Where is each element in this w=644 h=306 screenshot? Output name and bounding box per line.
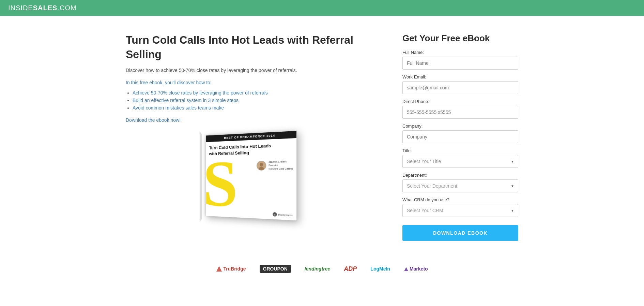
- work-email-label: Work Email:: [402, 74, 518, 79]
- page-headline: Turn Cold Calls Into Hot Leads with Refe…: [126, 33, 382, 61]
- lendingtree-text: lendingtree: [305, 266, 330, 272]
- logo-lendingtree: lendingtree: [305, 266, 330, 272]
- direct-phone-input[interactable]: [402, 106, 518, 119]
- author-company: No More Cold Calling: [269, 167, 293, 171]
- svg-text:is: is: [274, 213, 276, 216]
- logo-com: .COM: [57, 4, 76, 12]
- logo-groupon: GROUPON: [260, 265, 291, 273]
- author-avatar: [257, 161, 266, 171]
- title-label: Title:: [402, 148, 518, 153]
- header: INSIDESALES.COM: [0, 0, 644, 16]
- logo-sales: SALES: [33, 4, 58, 12]
- right-column: Get Your Free eBook Full Name: Work Emai…: [402, 33, 518, 241]
- full-name-input[interactable]: [402, 57, 518, 70]
- bullet-item: Avoid common mistakes sales teams make: [133, 105, 382, 111]
- company-input[interactable]: [402, 130, 518, 143]
- crm-group: What CRM do you use? Select Your CRM Sal…: [402, 197, 518, 217]
- title-select-wrapper: Select Your Title CEO VP Director Manage…: [402, 155, 518, 168]
- department-select[interactable]: Select Your Department Sales Marketing I…: [402, 179, 518, 192]
- crm-select-wrapper: Select Your CRM Salesforce Microsoft Dyn…: [402, 204, 518, 217]
- book-cover-3d: BEST OF DREAMFORCE 2014 Turn Cold Calls …: [203, 133, 305, 222]
- left-column: Turn Cold Calls Into Hot Leads with Refe…: [126, 33, 382, 222]
- work-email-group: Work Email:: [402, 74, 518, 94]
- insidesales-icon: is: [273, 212, 277, 217]
- form-heading: Get Your Free eBook: [402, 33, 518, 44]
- logo-trubridge: TruBridge: [216, 266, 246, 272]
- bullet-list: Achieve 50-70% close rates by leveraging…: [126, 90, 382, 111]
- full-name-label: Full Name:: [402, 50, 518, 55]
- download-cta-text: Download the ebook now!: [126, 117, 382, 123]
- bullet-item: Build an effective referral system in 3 …: [133, 98, 382, 103]
- bullet-link-3[interactable]: Avoid common mistakes sales teams make: [133, 105, 224, 111]
- book-author-area: Joanne S. Black Founder No More Cold Cal…: [257, 160, 293, 171]
- crm-label: What CRM do you use?: [402, 197, 518, 202]
- subtitle-text: Discover how to achieve 50-70% close rat…: [126, 68, 382, 73]
- intro-text: In this free ebook, you'll discover how …: [126, 80, 382, 85]
- book-image-container: BEST OF DREAMFORCE 2014 Turn Cold Calls …: [126, 133, 382, 222]
- marketo-text: Marketo: [404, 266, 428, 272]
- book-content-area: Turn Cold Calls Into Hot Leads with Refe…: [206, 138, 296, 220]
- logo-logmein: LogMeIn: [370, 266, 390, 272]
- work-email-input[interactable]: [402, 81, 518, 94]
- author-avatar-svg: [257, 161, 266, 171]
- site-logo: INSIDESALES.COM: [8, 4, 77, 12]
- groupon-text: GROUPON: [260, 265, 291, 273]
- crm-select[interactable]: Select Your CRM Salesforce Microsoft Dyn…: [402, 204, 518, 217]
- full-name-group: Full Name:: [402, 50, 518, 70]
- book-insidesales-logo: is insidesales: [273, 212, 293, 217]
- department-group: Department: Select Your Department Sales…: [402, 173, 518, 192]
- logmein-text: LogMeIn: [370, 266, 390, 272]
- trubridge-icon: [216, 266, 222, 272]
- logo-inside: INSIDE: [8, 4, 33, 12]
- direct-phone-label: Direct Phone:: [402, 99, 518, 104]
- book-letter-decoration: S: [206, 150, 238, 217]
- logo-marketo: Marketo: [404, 266, 428, 272]
- adp-text: ADP: [344, 265, 357, 273]
- direct-phone-group: Direct Phone:: [402, 99, 518, 119]
- bullet-item: Achieve 50-70% close rates by leveraging…: [133, 90, 382, 96]
- title-select[interactable]: Select Your Title CEO VP Director Manage…: [402, 155, 518, 168]
- bullet-link-1[interactable]: Achieve 50-70% close rates by leveraging…: [133, 90, 268, 96]
- main-content: Turn Cold Calls Into Hot Leads with Refe…: [118, 16, 526, 254]
- author-info: Joanne S. Black Founder No More Cold Cal…: [269, 160, 293, 171]
- bullet-link-2[interactable]: Build an effective referral system in 3 …: [133, 98, 239, 103]
- footer-logos: TruBridge GROUPON lendingtree ADP LogMeI…: [0, 254, 644, 287]
- svg-marker-5: [216, 266, 222, 272]
- title-group: Title: Select Your Title CEO VP Director…: [402, 148, 518, 168]
- department-select-wrapper: Select Your Department Sales Marketing I…: [402, 179, 518, 192]
- book-spine: [200, 132, 202, 221]
- svg-marker-6: [404, 267, 408, 271]
- book-cover: BEST OF DREAMFORCE 2014 Turn Cold Calls …: [206, 131, 297, 221]
- company-label: Company:: [402, 123, 518, 129]
- logo-adp: ADP: [344, 265, 357, 273]
- trubridge-text: TruBridge: [223, 266, 246, 272]
- download-ebook-button[interactable]: DOWNLOAD EBOOK: [402, 225, 518, 241]
- marketo-icon: [404, 267, 409, 272]
- department-label: Department:: [402, 173, 518, 178]
- company-group: Company:: [402, 123, 518, 143]
- svg-point-2: [259, 167, 264, 171]
